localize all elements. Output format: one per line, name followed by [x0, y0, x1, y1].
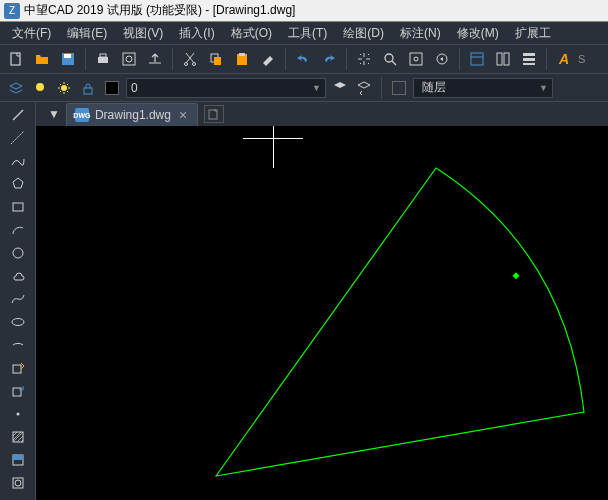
color-bylayer-label: 随层 [422, 79, 446, 96]
layer-dropdown[interactable]: 0 ▼ [126, 78, 326, 98]
make-block-button[interactable] [4, 380, 32, 402]
menu-format[interactable]: 格式(O) [223, 23, 280, 44]
lock-icon[interactable] [78, 78, 98, 98]
text-style-button[interactable]: A [552, 47, 576, 71]
svg-point-15 [414, 57, 418, 61]
open-file-button[interactable] [30, 47, 54, 71]
paste-button[interactable] [230, 47, 254, 71]
zoom-extents-button[interactable] [404, 47, 428, 71]
main-area: ▼ DWG Drawing1.dwg × [0, 102, 608, 500]
line-tool-button[interactable] [4, 104, 32, 126]
svg-line-28 [11, 131, 24, 144]
layer-manager-button[interactable] [330, 78, 350, 98]
separator [172, 48, 173, 70]
new-tab-button[interactable] [204, 105, 224, 123]
lightbulb-icon[interactable] [30, 78, 50, 98]
spline-tool-button[interactable] [4, 288, 32, 310]
sun-freeze-icon[interactable] [54, 78, 74, 98]
svg-rect-37 [13, 455, 23, 460]
match-properties-button[interactable] [256, 47, 280, 71]
separator [285, 48, 286, 70]
layer-previous-button[interactable] [354, 78, 374, 98]
svg-rect-32 [13, 365, 21, 373]
drawing-content [36, 126, 608, 500]
svg-rect-17 [471, 53, 483, 65]
drawing-canvas[interactable] [36, 126, 608, 500]
layer-color-swatch[interactable] [102, 78, 122, 98]
menu-tools[interactable]: 工具(T) [280, 23, 335, 44]
copy-button[interactable] [204, 47, 228, 71]
undo-button[interactable] [291, 47, 315, 71]
svg-rect-14 [410, 53, 422, 65]
menu-modify[interactable]: 修改(M) [449, 23, 507, 44]
cut-button[interactable] [178, 47, 202, 71]
design-center-button[interactable] [491, 47, 515, 71]
insert-block-button[interactable] [4, 357, 32, 379]
svg-rect-0 [11, 53, 20, 65]
close-tab-button[interactable]: × [177, 107, 189, 123]
svg-point-25 [61, 85, 67, 91]
toolbar-overflow-text: S [578, 53, 585, 65]
print-button[interactable] [91, 47, 115, 71]
menu-bar: 文件(F) 编辑(E) 视图(V) 插入(I) 格式(O) 工具(T) 绘图(D… [0, 22, 608, 44]
svg-point-31 [12, 319, 24, 326]
construction-line-button[interactable] [4, 127, 32, 149]
menu-edit[interactable]: 编辑(E) [59, 23, 115, 44]
separator [346, 48, 347, 70]
toolbar-standard: A S [0, 44, 608, 74]
save-button[interactable] [56, 47, 80, 71]
zoom-window-button[interactable] [378, 47, 402, 71]
polygon-tool-button[interactable] [4, 173, 32, 195]
layer-states-button[interactable] [6, 78, 26, 98]
menu-dimension[interactable]: 标注(N) [392, 23, 449, 44]
tab-bar: ▼ DWG Drawing1.dwg × [36, 102, 608, 126]
polyline-tool-button[interactable] [4, 150, 32, 172]
pan-button[interactable] [352, 47, 376, 71]
rectangle-tool-button[interactable] [4, 196, 32, 218]
menu-view[interactable]: 视图(V) [115, 23, 171, 44]
svg-rect-22 [523, 58, 535, 61]
publish-button[interactable] [143, 47, 167, 71]
separator [459, 48, 460, 70]
svg-line-27 [13, 110, 23, 120]
svg-point-7 [185, 63, 188, 66]
menu-file[interactable]: 文件(F) [4, 23, 59, 44]
menu-draw[interactable]: 绘图(D) [335, 23, 392, 44]
svg-rect-21 [523, 53, 535, 56]
revision-cloud-button[interactable] [4, 265, 32, 287]
point-tool-button[interactable] [4, 403, 32, 425]
menu-insert[interactable]: 插入(I) [171, 23, 222, 44]
ellipse-arc-button[interactable] [4, 334, 32, 356]
redo-button[interactable] [317, 47, 341, 71]
region-tool-button[interactable] [4, 472, 32, 494]
ellipse-tool-button[interactable] [4, 311, 32, 333]
tool-palettes-button[interactable] [517, 47, 541, 71]
app-icon: Z [4, 3, 20, 19]
hatch-tool-button[interactable] [4, 426, 32, 448]
canvas-area: ▼ DWG Drawing1.dwg × [36, 102, 608, 500]
svg-point-34 [16, 413, 19, 416]
gradient-tool-button[interactable] [4, 449, 32, 471]
zoom-previous-button[interactable] [430, 47, 454, 71]
svg-point-13 [385, 54, 393, 62]
properties-button[interactable] [465, 47, 489, 71]
svg-rect-10 [214, 57, 221, 65]
dwg-file-icon: DWG [75, 108, 89, 122]
print-preview-button[interactable] [117, 47, 141, 71]
menu-extend[interactable]: 扩展工 [507, 23, 559, 44]
separator [381, 77, 382, 99]
tab-drawing1[interactable]: DWG Drawing1.dwg × [66, 103, 198, 126]
new-file-button[interactable] [4, 47, 28, 71]
svg-rect-19 [497, 53, 502, 65]
arc-tool-button[interactable] [4, 219, 32, 241]
tab-list-button[interactable]: ▼ [44, 107, 64, 121]
svg-point-30 [13, 248, 23, 258]
svg-rect-4 [100, 54, 106, 57]
bylayer-color-swatch[interactable] [389, 78, 409, 98]
window-title: 中望CAD 2019 试用版 (功能受限) - [Drawing1.dwg] [24, 2, 295, 19]
svg-rect-26 [84, 88, 92, 94]
chevron-down-icon: ▼ [312, 83, 321, 93]
circle-tool-button[interactable] [4, 242, 32, 264]
tab-label: Drawing1.dwg [95, 108, 171, 122]
color-dropdown[interactable]: 随层 ▼ [413, 78, 553, 98]
